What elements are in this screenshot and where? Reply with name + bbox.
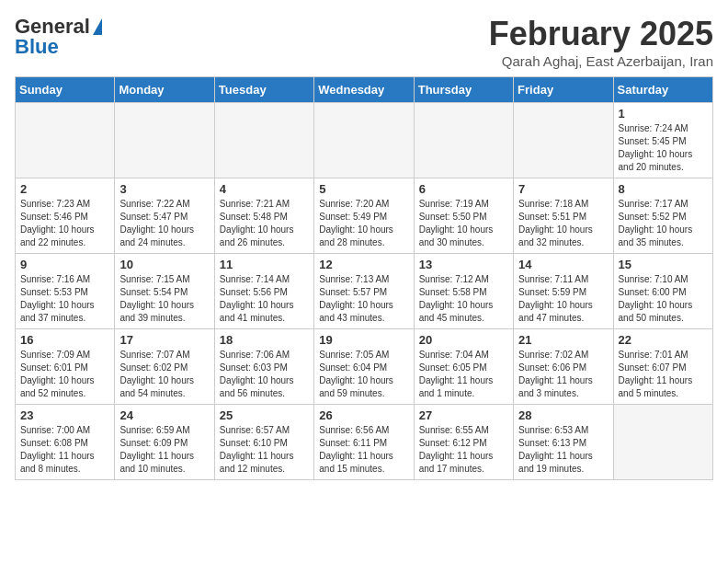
calendar-cell (613, 405, 712, 480)
day-number: 9 (20, 258, 109, 271)
header: General Blue February 2025 Qarah Aghaj, … (15, 15, 713, 69)
day-info: Sunrise: 6:53 AMSunset: 6:13 PMDaylight:… (518, 424, 608, 476)
day-number: 1 (619, 107, 708, 121)
calendar-header-row: SundayMondayTuesdayWednesdayThursdayFrid… (16, 77, 713, 103)
day-number: 22 (619, 333, 708, 347)
calendar-cell: 7Sunrise: 7:18 AMSunset: 5:51 PMDaylight… (514, 178, 613, 254)
calendar-cell: 15Sunrise: 7:10 AMSunset: 6:00 PMDayligh… (613, 254, 712, 329)
day-info: Sunrise: 7:23 AMSunset: 5:46 PMDaylight:… (20, 198, 109, 249)
calendar-header-thursday: Thursday (414, 77, 513, 103)
calendar-header-tuesday: Tuesday (214, 77, 313, 103)
calendar-cell: 17Sunrise: 7:07 AMSunset: 6:02 PMDayligh… (115, 329, 214, 405)
calendar-cell: 2Sunrise: 7:23 AMSunset: 5:46 PMDaylight… (16, 178, 115, 254)
calendar-cell (514, 103, 613, 178)
month-title: February 2025 (489, 15, 713, 53)
location-title: Qarah Aghaj, East Azerbaijan, Iran (489, 53, 713, 69)
day-number: 28 (518, 408, 608, 422)
calendar-header-wednesday: Wednesday (314, 77, 414, 103)
calendar-cell: 4Sunrise: 7:21 AMSunset: 5:48 PMDaylight… (214, 178, 313, 254)
day-number: 20 (419, 333, 508, 347)
day-info: Sunrise: 6:57 AMSunset: 6:10 PMDaylight:… (220, 424, 309, 476)
calendar-cell (214, 103, 313, 178)
day-number: 8 (619, 182, 708, 196)
calendar-cell (414, 103, 513, 178)
day-info: Sunrise: 7:20 AMSunset: 5:49 PMDaylight:… (319, 198, 408, 249)
day-info: Sunrise: 6:59 AMSunset: 6:09 PMDaylight:… (119, 424, 209, 476)
day-info: Sunrise: 7:07 AMSunset: 6:02 PMDaylight:… (119, 349, 209, 400)
day-info: Sunrise: 7:13 AMSunset: 5:57 PMDaylight:… (319, 273, 408, 325)
calendar-cell: 12Sunrise: 7:13 AMSunset: 5:57 PMDayligh… (314, 254, 414, 329)
day-number: 17 (119, 333, 209, 347)
logo-icon (93, 18, 102, 35)
day-number: 3 (119, 182, 209, 196)
day-number: 11 (220, 258, 309, 271)
week-row-4: 16Sunrise: 7:09 AMSunset: 6:01 PMDayligh… (16, 329, 713, 405)
day-info: Sunrise: 7:09 AMSunset: 6:01 PMDaylight:… (20, 349, 109, 400)
calendar-cell: 22Sunrise: 7:01 AMSunset: 6:07 PMDayligh… (613, 329, 712, 405)
week-row-1: 1Sunrise: 7:24 AMSunset: 5:45 PMDaylight… (16, 103, 713, 178)
day-info: Sunrise: 7:24 AMSunset: 5:45 PMDaylight:… (619, 122, 708, 174)
day-number: 16 (20, 333, 109, 347)
day-number: 5 (319, 182, 408, 196)
calendar-header-friday: Friday (514, 77, 613, 103)
day-number: 14 (518, 258, 608, 271)
week-row-2: 2Sunrise: 7:23 AMSunset: 5:46 PMDaylight… (16, 178, 713, 254)
day-number: 24 (119, 408, 209, 422)
calendar-cell: 14Sunrise: 7:11 AMSunset: 5:59 PMDayligh… (514, 254, 613, 329)
day-number: 25 (220, 408, 309, 422)
day-number: 4 (220, 182, 309, 196)
day-info: Sunrise: 7:18 AMSunset: 5:51 PMDaylight:… (518, 198, 608, 249)
day-number: 21 (518, 333, 608, 347)
calendar-cell: 11Sunrise: 7:14 AMSunset: 5:56 PMDayligh… (214, 254, 313, 329)
calendar-cell: 3Sunrise: 7:22 AMSunset: 5:47 PMDaylight… (115, 178, 214, 254)
logo-blue-text: Blue (15, 35, 59, 59)
calendar-cell: 27Sunrise: 6:55 AMSunset: 6:12 PMDayligh… (414, 405, 513, 480)
day-info: Sunrise: 7:06 AMSunset: 6:03 PMDaylight:… (220, 349, 309, 400)
calendar-cell: 21Sunrise: 7:02 AMSunset: 6:06 PMDayligh… (514, 329, 613, 405)
day-number: 19 (319, 333, 408, 347)
calendar-cell: 9Sunrise: 7:16 AMSunset: 5:53 PMDaylight… (16, 254, 115, 329)
day-info: Sunrise: 7:15 AMSunset: 5:54 PMDaylight:… (119, 273, 209, 325)
day-info: Sunrise: 7:12 AMSunset: 5:58 PMDaylight:… (419, 273, 508, 325)
title-area: February 2025 Qarah Aghaj, East Azerbaij… (489, 15, 713, 69)
day-number: 2 (20, 182, 109, 196)
calendar-cell: 26Sunrise: 6:56 AMSunset: 6:11 PMDayligh… (314, 405, 414, 480)
calendar-cell: 8Sunrise: 7:17 AMSunset: 5:52 PMDaylight… (613, 178, 712, 254)
day-number: 15 (619, 258, 708, 271)
calendar-header-saturday: Saturday (613, 77, 712, 103)
calendar-cell: 25Sunrise: 6:57 AMSunset: 6:10 PMDayligh… (214, 405, 313, 480)
calendar-header-sunday: Sunday (16, 77, 115, 103)
day-info: Sunrise: 7:17 AMSunset: 5:52 PMDaylight:… (619, 198, 708, 249)
day-number: 18 (220, 333, 309, 347)
day-info: Sunrise: 7:19 AMSunset: 5:50 PMDaylight:… (419, 198, 508, 249)
day-info: Sunrise: 7:04 AMSunset: 6:05 PMDaylight:… (419, 349, 508, 400)
calendar-cell (314, 103, 414, 178)
day-number: 13 (419, 258, 508, 271)
calendar-cell: 24Sunrise: 6:59 AMSunset: 6:09 PMDayligh… (115, 405, 214, 480)
calendar-cell: 28Sunrise: 6:53 AMSunset: 6:13 PMDayligh… (514, 405, 613, 480)
day-info: Sunrise: 7:14 AMSunset: 5:56 PMDaylight:… (220, 273, 309, 325)
calendar-cell: 13Sunrise: 7:12 AMSunset: 5:58 PMDayligh… (414, 254, 513, 329)
day-info: Sunrise: 6:55 AMSunset: 6:12 PMDaylight:… (419, 424, 508, 476)
day-number: 7 (518, 182, 608, 196)
day-number: 23 (20, 408, 109, 422)
day-info: Sunrise: 6:56 AMSunset: 6:11 PMDaylight:… (319, 424, 408, 476)
day-info: Sunrise: 7:10 AMSunset: 6:00 PMDaylight:… (619, 273, 708, 325)
week-row-5: 23Sunrise: 7:00 AMSunset: 6:08 PMDayligh… (16, 405, 713, 480)
day-number: 26 (319, 408, 408, 422)
day-info: Sunrise: 7:11 AMSunset: 5:59 PMDaylight:… (518, 273, 608, 325)
calendar-cell: 19Sunrise: 7:05 AMSunset: 6:04 PMDayligh… (314, 329, 414, 405)
calendar-cell: 18Sunrise: 7:06 AMSunset: 6:03 PMDayligh… (214, 329, 313, 405)
calendar-cell: 5Sunrise: 7:20 AMSunset: 5:49 PMDaylight… (314, 178, 414, 254)
day-info: Sunrise: 7:21 AMSunset: 5:48 PMDaylight:… (220, 198, 309, 249)
day-info: Sunrise: 7:05 AMSunset: 6:04 PMDaylight:… (319, 349, 408, 400)
day-info: Sunrise: 7:16 AMSunset: 5:53 PMDaylight:… (20, 273, 109, 325)
week-row-3: 9Sunrise: 7:16 AMSunset: 5:53 PMDaylight… (16, 254, 713, 329)
day-info: Sunrise: 7:02 AMSunset: 6:06 PMDaylight:… (518, 349, 608, 400)
day-info: Sunrise: 7:01 AMSunset: 6:07 PMDaylight:… (619, 349, 708, 400)
calendar-cell (16, 103, 115, 178)
calendar-cell: 10Sunrise: 7:15 AMSunset: 5:54 PMDayligh… (115, 254, 214, 329)
day-info: Sunrise: 7:00 AMSunset: 6:08 PMDaylight:… (20, 424, 109, 476)
logo: General Blue (15, 15, 102, 59)
calendar-cell: 23Sunrise: 7:00 AMSunset: 6:08 PMDayligh… (16, 405, 115, 480)
